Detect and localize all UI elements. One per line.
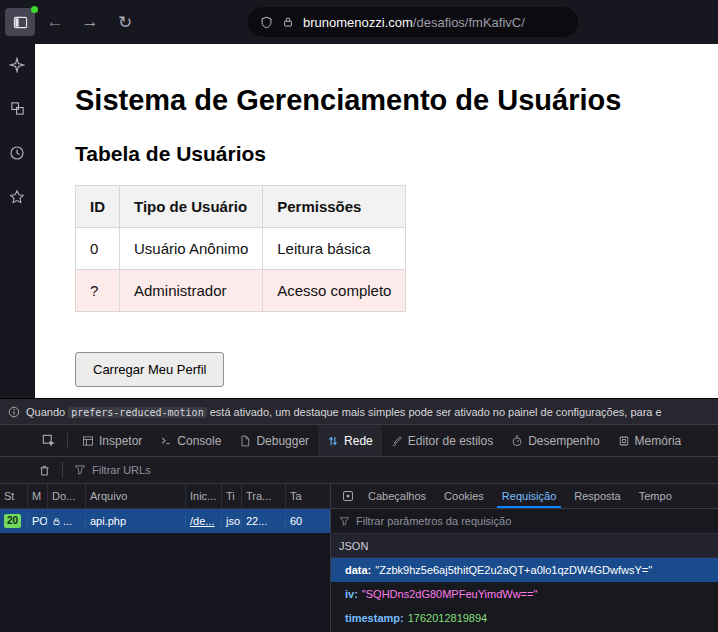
memory-icon [618,435,630,447]
tab-cookies[interactable]: Cookies [435,484,493,508]
param-key: timestamp: [345,612,404,624]
cell-tipo: Usuário Anônimo [120,228,263,270]
section-title: Tabela de Usuários [75,142,718,166]
param-row-data[interactable]: data: "Zzbk9hz5e6aj5thitQE2u2aQT+a0lo1qz… [331,558,718,582]
notice-code: prefers-reduced-motion [68,407,206,418]
performance-icon [511,435,523,447]
browser-toolbar: ← → ↻ brunomenozzi.com/desafios/fmKafivC… [0,0,718,44]
request-details-pane: Cabeçalhos Cookies Requisição Resposta T… [330,484,718,632]
cell-permissoes: Leitura básica [263,228,406,270]
col-tipo: Tipo de Usuário [120,186,263,228]
request-type: jso [222,515,242,527]
details-tabs: Cabeçalhos Cookies Requisição Resposta T… [331,484,718,509]
col-file[interactable]: Arquivo [86,484,186,508]
request-params-filter[interactable]: Filtrar parâmetros da requisição [331,509,718,534]
browser-sidebar [0,44,35,398]
param-key: iv: [345,588,358,600]
url-path: /desafios/fmKafivC/ [413,15,525,30]
tab-debugger[interactable]: Debugger [230,425,318,456]
request-size: 60 [286,515,330,527]
browser-window: ← → ↻ brunomenozzi.com/desafios/fmKafivC… [0,0,718,632]
element-picker-button[interactable] [36,425,62,456]
debugger-icon [239,435,251,447]
sidebar-toggle-button[interactable] [5,8,35,36]
page-content: Sistema de Gerenciamento de Usuários Tab… [35,44,718,398]
divider [62,462,63,478]
url-domain: brunomenozzi.com [303,15,413,30]
console-icon [160,435,172,447]
param-row-iv[interactable]: iv: "SQHDns2dG80MPFeuYimdWw==" [331,582,718,606]
tab-tempo[interactable]: Tempo [630,484,681,508]
col-initiator[interactable]: Inic... [186,484,222,508]
tab-console[interactable]: Console [151,425,230,456]
tab-requisicao[interactable]: Requisição [493,484,565,508]
cell-tipo: Administrador [120,270,263,312]
status-badge: 20 [4,514,21,528]
forward-button[interactable]: → [75,8,105,36]
network-request-row-selected[interactable]: 20 PO ... api.php /de... jso 22... 60 [0,509,330,533]
col-size[interactable]: Ta [286,484,330,508]
request-transferred: 22... [242,515,286,527]
tab-rede[interactable]: Rede [318,425,382,456]
table-row: 0 Usuário Anônimo Leitura básica [76,228,406,270]
request-initiator[interactable]: /de... [190,515,214,527]
network-columns-header: St M Do... Arquivo Inic... Ti Tra... Ta [0,484,330,509]
extensions-icon[interactable] [9,100,26,117]
filter-funnel-icon [339,516,350,527]
clear-requests-button[interactable] [38,464,51,477]
https-lock-icon [52,517,61,526]
tab-editor-de-estilos[interactable]: Editor de estilos [382,425,502,456]
col-transferred[interactable]: Tra... [242,484,286,508]
url-bar[interactable]: brunomenozzi.com/desafios/fmKafivC/ [248,7,578,37]
tab-cabecalhos[interactable]: Cabeçalhos [359,484,435,508]
param-value: "SQHDns2dG80MPFeuYimdWw==" [362,588,538,600]
cell-permissoes: Acesso completo [263,270,406,312]
tab-resposta[interactable]: Resposta [565,484,629,508]
load-profile-button[interactable]: Carregar Meu Perfil [75,352,224,387]
tab-inspetor[interactable]: Inspetor [73,425,151,456]
block-requests-icon[interactable] [337,484,359,508]
filter-funnel-icon [74,464,86,476]
info-icon [8,406,20,418]
reload-button[interactable]: ↻ [110,8,140,36]
devtools-notice-bar: Quando prefers-reduced-motion está ativa… [0,398,718,425]
request-domain: ... [48,515,86,527]
back-button[interactable]: ← [40,8,70,36]
filter-urls-input[interactable]: Filtrar URLs [92,464,151,476]
network-arrows-icon [327,435,339,447]
devtools-toolbox-tabs: Inspetor Console Debugger Rede Editor de… [0,425,718,457]
notification-dot [31,6,38,13]
users-table: ID Tipo de Usuário Permissões 0 Usuário … [75,185,406,312]
request-method: PO [28,515,48,527]
history-clock-icon[interactable] [9,144,26,161]
filter-placeholder: Filtrar parâmetros da requisição [356,515,511,527]
inspector-icon [82,435,94,447]
col-method[interactable]: M [28,484,48,508]
ai-sparkle-icon[interactable] [9,56,26,73]
table-row-highlighted: ? Administrador Acesso completo [76,270,406,312]
col-domain[interactable]: Do... [48,484,86,508]
tab-memoria[interactable]: Memória [609,425,691,456]
network-toolbar: Filtrar URLs [0,457,718,484]
col-type[interactable]: Ti [222,484,242,508]
url-text: brunomenozzi.com/desafios/fmKafivC/ [303,15,525,30]
lock-icon[interactable] [282,16,294,28]
col-status[interactable]: St [0,484,28,508]
tab-desempenho[interactable]: Desempenho [502,425,608,456]
bookmarks-star-icon[interactable] [9,188,26,205]
network-request-list: St M Do... Arquivo Inic... Ti Tra... Ta … [0,484,330,632]
request-file: api.php [86,515,186,527]
json-section-header[interactable]: JSON [331,534,718,558]
page-title: Sistema de Gerenciamento de Usuários [75,84,718,117]
param-row-timestamp[interactable]: timestamp: 1762012819894 [331,606,718,630]
param-value: "Zzbk9hz5e6aj5thitQE2u2aQT+a0lo1qzDW4GDw… [375,564,652,576]
cell-id: 0 [76,228,120,270]
col-id: ID [76,186,120,228]
sidebar-panel-icon [13,15,28,30]
notice-text: Quando prefers-reduced-motion está ativa… [26,406,662,418]
shield-icon[interactable] [260,16,273,29]
table-header-row: ID Tipo de Usuário Permissões [76,186,406,228]
col-permissoes: Permissões [263,186,406,228]
divider [67,433,68,449]
param-key: data: [345,564,371,576]
